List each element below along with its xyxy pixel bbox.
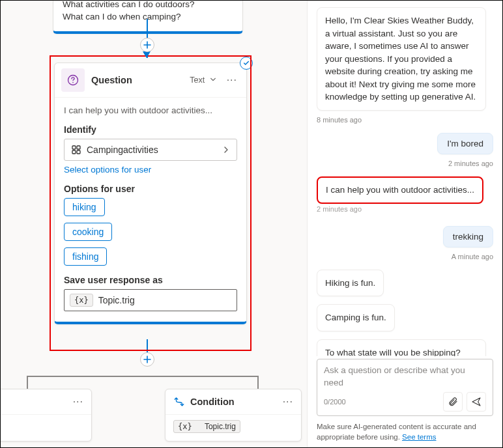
identify-label: Identify <box>64 124 237 135</box>
save-response-label: Save user response as <box>64 275 237 285</box>
send-button[interactable] <box>467 392 486 412</box>
response-type-badge[interactable]: Text <box>190 76 216 85</box>
more-options-button[interactable]: ··· <box>283 396 293 408</box>
question-node[interactable]: Question Text ··· I can help you with ou… <box>54 63 247 324</box>
more-options-button[interactable]: ··· <box>224 74 240 86</box>
question-icon <box>61 68 85 92</box>
see-terms-link[interactable]: See terms <box>402 433 436 441</box>
grid-icon <box>71 145 81 155</box>
chevron-down-icon <box>210 76 216 83</box>
svg-rect-3 <box>77 146 80 149</box>
test-chat-panel: Hello, I'm Clear Skies Weather Buddy, a … <box>307 1 502 447</box>
condition-title: tion <box>1 397 68 407</box>
question-header: Question Text ··· <box>55 63 246 98</box>
trigger-phrase: What activities can I do outdoors? <box>63 1 233 11</box>
svg-rect-5 <box>77 150 80 154</box>
chat-input[interactable]: Ask a question or describe what you need… <box>317 359 493 416</box>
ai-disclaimer: Make sure AI-generated content is accura… <box>317 421 493 442</box>
options-label: Options for user <box>64 184 237 194</box>
attach-button[interactable] <box>443 392 463 412</box>
condition-node[interactable]: tion ··· rig <box>1 389 92 441</box>
trigger-node[interactable]: What activities can I do outdoors? What … <box>53 1 243 34</box>
node-title: Question <box>91 75 183 85</box>
authoring-canvas[interactable]: What activities can I do outdoors? What … <box>1 1 307 447</box>
identify-selector[interactable]: Campingactivities <box>64 139 237 161</box>
variable-chip: {x} <box>70 294 93 307</box>
variable-input[interactable]: {x} Topic.trig <box>64 289 237 311</box>
svg-rect-4 <box>72 150 76 154</box>
trigger-phrase: What can I do when camping? <box>63 11 233 23</box>
question-prompt[interactable]: I can help you with outdoor activities..… <box>64 105 237 115</box>
timestamp: A minute ago <box>452 253 493 260</box>
timestamp: 8 minutes ago <box>317 116 493 124</box>
option-chip[interactable]: fishing <box>64 247 107 266</box>
bot-message-highlighted: I can help you with outdoor activities..… <box>317 176 483 204</box>
option-chip[interactable]: hiking <box>64 198 105 216</box>
arrow-down-icon <box>143 51 151 58</box>
branch-connector <box>27 376 259 377</box>
timestamp: 2 minutes ago <box>448 160 493 167</box>
char-counter: 0/2000 <box>324 398 439 406</box>
condition-title: Condition <box>190 397 278 407</box>
variable-chip[interactable]: {x} Topic.trig <box>173 420 240 433</box>
add-node-button[interactable] <box>140 352 154 367</box>
select-options-link[interactable]: Select options for user <box>64 165 237 175</box>
chevron-right-icon <box>222 146 230 154</box>
bot-message: Hello, I'm Clear Skies Weather Buddy, a … <box>317 7 486 111</box>
bot-message: To what state will you be shipping? <box>317 339 486 356</box>
add-node-button[interactable] <box>140 38 154 52</box>
svg-point-1 <box>72 82 74 83</box>
svg-rect-2 <box>72 146 76 149</box>
condition-node[interactable]: Condition ··· {x} Topic.trig <box>165 389 302 441</box>
more-options-button[interactable]: ··· <box>73 396 83 408</box>
bot-message: Camping is fun. <box>317 304 395 331</box>
variable-name: Topic.trig <box>98 295 135 305</box>
user-message: I'm bored <box>437 133 493 154</box>
bot-message: Hiking is fun. <box>317 270 384 297</box>
identify-value: Campingactivities <box>87 145 158 155</box>
user-message: trekking <box>443 226 493 247</box>
option-chip[interactable]: cooking <box>64 223 112 241</box>
timestamp: 2 minutes ago <box>317 205 493 213</box>
chat-input-placeholder: Ask a question or describe what you need <box>324 365 486 389</box>
branch-icon <box>173 396 185 408</box>
